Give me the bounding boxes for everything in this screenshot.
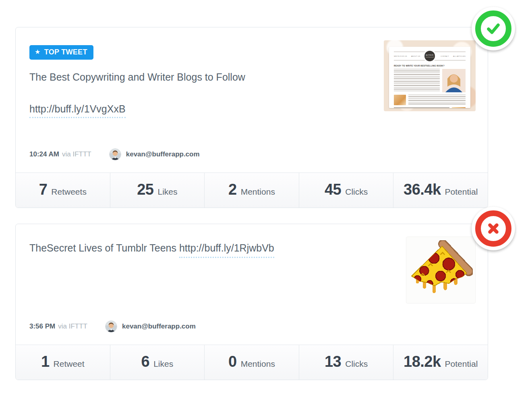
- stat-label: Clicks: [345, 187, 368, 197]
- approve-ring: [475, 10, 511, 47]
- reject-ring: [475, 210, 511, 247]
- tweet-card-second: TheSecret Lives of Tumblr Teens http://b…: [15, 224, 488, 380]
- tweet-thumbnail-pizza-emoji: [406, 237, 476, 304]
- blog-text-lines: [408, 95, 466, 105]
- stat-label: Retweet: [54, 359, 85, 369]
- tweet-review-page: ★ TOP TWEET The Best Copywriting and Wri…: [0, 0, 532, 395]
- stat-value: 1: [41, 353, 50, 370]
- blog-logo: AUTHOR Unlimited: [424, 51, 435, 61]
- tweet-card-top: ★ TOP TWEET The Best Copywriting and Wri…: [15, 27, 488, 208]
- stat-value: 2: [228, 181, 237, 198]
- tweet-title: TheSecret Lives of Tumblr Teens http://b…: [29, 241, 384, 258]
- blog-nav-item: WRITE FOR US: [394, 55, 407, 57]
- stat-retweets: 7 Retweets: [16, 173, 110, 208]
- blog-preview-page: WRITE FOR US ABOUT US CONTACT ALL ARTICL…: [389, 47, 470, 108]
- tweet-meta-row: 3:56 PM via IFTTT kevan@bufferapp.com: [29, 320, 196, 333]
- stat-label: Retweets: [51, 187, 87, 197]
- stat-mentions: 2 Mentions: [205, 173, 299, 208]
- approve-button[interactable]: [472, 7, 515, 50]
- stat-value: 25: [137, 181, 153, 198]
- stat-label: Clicks: [345, 359, 368, 369]
- tweet-timestamp: 3:56 PM: [29, 322, 55, 331]
- stat-label: Potential: [445, 359, 478, 369]
- stat-value: 18.2k: [404, 353, 441, 370]
- blog-inline-image: [394, 95, 406, 105]
- stat-value: 7: [39, 181, 48, 198]
- stat-label: Likes: [153, 359, 173, 369]
- tweet-link[interactable]: http://buff.ly/1RjwbVb: [179, 241, 274, 258]
- tweet-card-body: ★ TOP TWEET The Best Copywriting and Wri…: [16, 27, 488, 173]
- account-email: kevan@bufferapp.com: [122, 322, 196, 331]
- avatar: [105, 320, 117, 333]
- blog-inline-image: [452, 107, 466, 108]
- blog-nav-item: ALL ARTICLES: [453, 55, 466, 57]
- account-email: kevan@bufferapp.com: [126, 150, 200, 158]
- tweet-stats-bar: 7 Retweets 25 Likes 2 Mentions 45 Clicks…: [16, 173, 488, 208]
- stat-value: 0: [228, 353, 237, 370]
- stat-likes: 25 Likes: [110, 173, 205, 208]
- tweet-timestamp: 10:24 AM: [29, 150, 59, 158]
- tweet-stats-bar: 1 Retweet 6 Likes 0 Mentions 13 Clicks 1…: [16, 345, 488, 380]
- star-icon: ★: [35, 49, 41, 55]
- stat-value: 36.4k: [404, 181, 441, 198]
- blog-heading: READY TO WRITE YOUR BESTSELLING BOOK?: [394, 64, 466, 67]
- stat-clicks: 13 Clicks: [299, 345, 394, 380]
- stat-label: Likes: [158, 187, 178, 197]
- blog-nav-item: ABOUT US: [411, 55, 420, 57]
- tweet-title-text: TheSecret Lives of Tumblr Teens: [29, 242, 176, 254]
- tweet-meta-row: 10:24 AM via IFTTT kevan@bufferapp.com: [29, 148, 200, 160]
- stat-label: Mentions: [241, 187, 275, 197]
- stat-mentions: 0 Mentions: [205, 345, 299, 380]
- avatar: [109, 148, 121, 160]
- blog-preview-nav: WRITE FOR US ABOUT US CONTACT ALL ARTICL…: [394, 52, 466, 60]
- x-icon: [485, 220, 501, 237]
- stat-clicks: 45 Clicks: [299, 173, 394, 208]
- tweet-card-body: TheSecret Lives of Tumblr Teens http://b…: [16, 224, 488, 345]
- blog-text-lines: [394, 107, 449, 108]
- blog-text-lines: [394, 69, 440, 92]
- tweet-via-source: via IFTTT: [62, 150, 91, 158]
- blog-logo-subtext: Unlimited: [426, 56, 434, 58]
- tweet-via-source: via IFTTT: [58, 322, 87, 331]
- stat-label: Mentions: [241, 359, 275, 369]
- tweet-link[interactable]: http://buff.ly/1VvgXxB: [29, 103, 126, 118]
- stat-value: 13: [325, 353, 341, 370]
- top-tweet-badge: ★ TOP TWEET: [29, 45, 93, 60]
- blog-nav-item: CONTACT: [441, 55, 449, 57]
- stat-value: 45: [325, 181, 341, 198]
- pizza-slice-graphic: [409, 240, 473, 300]
- check-icon: [485, 21, 501, 37]
- stat-label: Potential: [445, 187, 478, 197]
- reject-button[interactable]: [472, 207, 515, 250]
- stat-potential: 36.4k Potential: [393, 173, 488, 208]
- stat-potential: 18.2k Potential: [393, 345, 488, 380]
- stat-retweets: 1 Retweet: [16, 345, 110, 380]
- woman-photo: [442, 69, 466, 92]
- stat-likes: 6 Likes: [110, 345, 205, 380]
- top-tweet-badge-label: TOP TWEET: [44, 48, 87, 56]
- tweet-thumbnail-blog-preview: WRITE FOR US ABOUT US CONTACT ALL ARTICL…: [384, 40, 476, 111]
- stat-value: 6: [141, 353, 150, 370]
